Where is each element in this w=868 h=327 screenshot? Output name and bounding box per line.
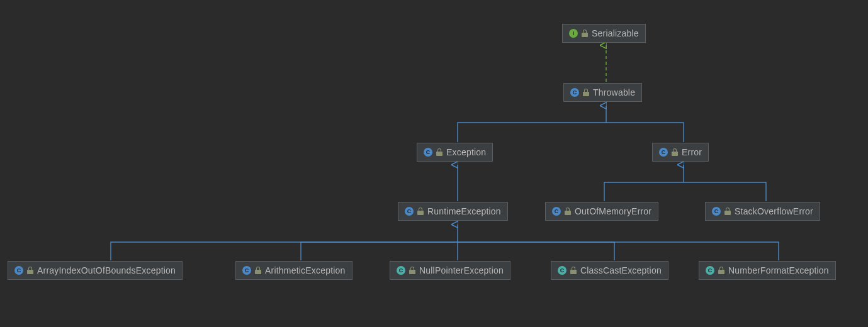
node-arithmetic[interactable]: C ArithmeticException bbox=[235, 261, 352, 280]
node-label: Error bbox=[682, 147, 702, 157]
node-label: ArithmeticException bbox=[265, 265, 346, 275]
lock-icon bbox=[255, 267, 261, 274]
lock-icon bbox=[27, 267, 33, 274]
class-icon: C bbox=[712, 207, 721, 216]
edge-classcast-runtime bbox=[458, 242, 614, 260]
edge-error-throwable bbox=[606, 123, 684, 142]
node-label: Exception bbox=[446, 147, 486, 157]
node-label: ClassCastException bbox=[580, 265, 662, 275]
class-icon: C bbox=[405, 207, 414, 216]
class-icon: C bbox=[242, 266, 251, 275]
class-icon: C bbox=[14, 266, 23, 275]
node-nullpointer[interactable]: C NullPointerException bbox=[390, 261, 510, 280]
node-label: NumberFormatException bbox=[728, 265, 829, 275]
lock-icon bbox=[582, 30, 588, 37]
edge-arrayindex-runtime bbox=[111, 242, 458, 260]
node-error[interactable]: C Error bbox=[652, 143, 709, 162]
edge-oom-error bbox=[604, 182, 684, 201]
lock-icon bbox=[409, 267, 415, 274]
class-icon: C bbox=[552, 207, 561, 216]
node-label: NullPointerException bbox=[419, 265, 504, 275]
class-icon: C bbox=[397, 266, 405, 275]
diagram-canvas[interactable]: I Serializable C Throwable C Exception C… bbox=[0, 0, 868, 327]
class-icon: C bbox=[706, 266, 714, 275]
class-icon: C bbox=[424, 148, 432, 157]
node-serializable[interactable]: I Serializable bbox=[562, 24, 646, 43]
node-label: Serializable bbox=[592, 28, 639, 38]
node-outofmemoryerror[interactable]: C OutOfMemoryError bbox=[545, 202, 658, 221]
lock-icon bbox=[718, 267, 724, 274]
edge-arithmetic-runtime bbox=[301, 242, 458, 260]
lock-icon bbox=[583, 89, 589, 96]
edge-exception-throwable bbox=[458, 123, 606, 142]
lock-icon bbox=[565, 208, 571, 215]
edge-soe-error bbox=[684, 182, 766, 201]
lock-icon bbox=[570, 267, 577, 274]
class-icon: C bbox=[558, 266, 566, 275]
node-label: ArrayIndexOutOfBoundsException bbox=[37, 265, 176, 275]
node-label: OutOfMemoryError bbox=[575, 206, 651, 216]
lock-icon bbox=[417, 208, 424, 215]
node-label: RuntimeException bbox=[427, 206, 501, 216]
node-arrayindex[interactable]: C ArrayIndexOutOfBoundsException bbox=[8, 261, 183, 280]
node-classcast[interactable]: C ClassCastException bbox=[551, 261, 668, 280]
node-throwable[interactable]: C Throwable bbox=[563, 83, 642, 102]
edge-numberformat-runtime bbox=[458, 242, 779, 260]
node-runtimeexception[interactable]: C RuntimeException bbox=[398, 202, 508, 221]
class-icon: C bbox=[659, 148, 668, 157]
interface-icon: I bbox=[569, 29, 578, 38]
lock-icon bbox=[672, 148, 678, 156]
node-label: Throwable bbox=[593, 87, 635, 97]
node-exception[interactable]: C Exception bbox=[417, 143, 493, 162]
lock-icon bbox=[724, 208, 731, 215]
class-icon: C bbox=[570, 88, 579, 97]
node-numberformat[interactable]: C NumberFormatException bbox=[699, 261, 836, 280]
node-label: StackOverflowError bbox=[735, 206, 813, 216]
lock-icon bbox=[436, 148, 442, 156]
node-stackoverflowerror[interactable]: C StackOverflowError bbox=[705, 202, 820, 221]
